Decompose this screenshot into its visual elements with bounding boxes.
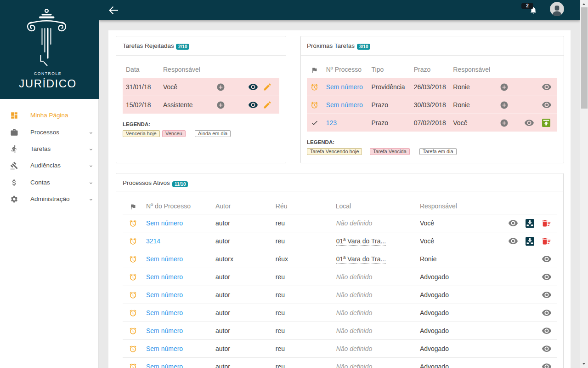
- svg-text:JURÍDICO: JURÍDICO: [19, 77, 76, 90]
- svg-text:CONTROLE: CONTROLE: [34, 71, 62, 76]
